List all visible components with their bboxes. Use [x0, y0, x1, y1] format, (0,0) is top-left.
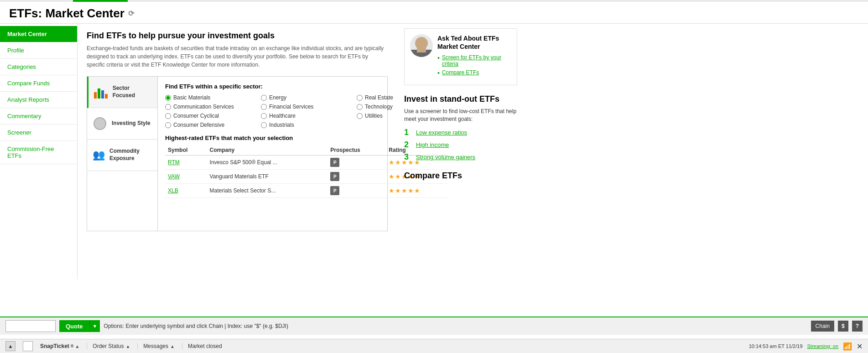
invest-list: 1 Low expense ratios 2 High income 3 Str…: [404, 128, 517, 162]
category-sector-focused[interactable]: Sector Focused: [87, 77, 157, 108]
radio-consumer-cyclical[interactable]: Consumer Cyclical: [165, 113, 256, 119]
prospectus-icon[interactable]: P: [330, 172, 339, 181]
prospectus-icon[interactable]: P: [330, 186, 339, 195]
commodity-exposure-icon: 👥: [93, 148, 105, 162]
ask-ted-content: Ask Ted About ETFs Market Center • Scree…: [437, 34, 511, 79]
sidebar: Market Center Profile Categories Compare…: [0, 24, 78, 279]
radio-industrials[interactable]: Industrials: [261, 122, 352, 128]
radio-communication-services[interactable]: Communication Services: [165, 104, 256, 110]
sector-focused-icon: [94, 85, 108, 99]
radio-energy[interactable]: Energy: [261, 94, 352, 101]
sidebar-item-commission-free[interactable]: Commission-Free ETFs: [0, 141, 77, 164]
ask-ted-link-1: • Screen for ETFs by your criteria: [437, 54, 511, 67]
category-list: Sector Focused Investing Style 👥 Commodi…: [87, 77, 158, 231]
right-panel: Ask Ted About ETFs Market Center • Scree…: [397, 24, 525, 279]
col-company: Company: [207, 145, 328, 156]
compare-etfs-link[interactable]: Compare ETFs: [442, 69, 479, 76]
invest-item-1: 1 Low expense ratios: [404, 128, 517, 137]
ask-ted-box: Ask Ted About ETFs Market Center • Scree…: [404, 28, 517, 85]
content-heading: Find ETFs to help pursue your investment…: [87, 31, 388, 41]
screen-etfs-link[interactable]: Screen for ETFs by your criteria: [442, 54, 511, 67]
page-title: ETFs: Market Center ⟳: [9, 6, 859, 21]
strong-volume-gainers-link[interactable]: Strong volume gainers: [416, 154, 475, 161]
ask-ted-link-2: • Compare ETFs: [437, 69, 511, 77]
main-content: Find ETFs to help pursue your investment…: [78, 24, 397, 279]
cell-company: Materials Select Sector S...: [207, 184, 328, 198]
cell-prospectus: P: [327, 184, 386, 198]
low-expense-ratios-link[interactable]: Low expense ratios: [416, 129, 467, 136]
sidebar-item-profile[interactable]: Profile: [0, 42, 77, 59]
category-commodity-label: Commodity Exposure: [109, 148, 152, 162]
refresh-icon[interactable]: ⟳: [128, 9, 134, 18]
invest-desc: Use a screener to find low-cost ETFs tha…: [404, 108, 517, 123]
category-sector-focused-label: Sector Focused: [113, 85, 152, 99]
cell-symbol: VAW: [165, 170, 207, 184]
category-investing-style-label: Investing Style: [112, 120, 151, 127]
cell-company: Vanguard Materials ETF: [207, 170, 328, 184]
category-investing-style[interactable]: Investing Style: [87, 108, 157, 140]
radio-consumer-defensive[interactable]: Consumer Defensive: [165, 122, 256, 128]
investing-style-icon: [93, 116, 107, 131]
high-income-link[interactable]: High income: [416, 141, 449, 148]
sidebar-item-screener[interactable]: Screener: [0, 125, 77, 141]
cell-symbol: RTM: [165, 156, 207, 170]
sidebar-item-market-center[interactable]: Market Center: [0, 26, 77, 42]
col-symbol: Symbol: [165, 145, 207, 156]
cell-symbol: XLB: [165, 184, 207, 198]
etf-finder-box: Sector Focused Investing Style 👥 Commodi…: [87, 76, 388, 231]
ted-avatar: [410, 34, 433, 57]
svg-rect-2: [417, 48, 426, 52]
cell-company: Invesco S&P 500® Equal ...: [207, 156, 328, 170]
content-description: Exchange-traded funds are baskets of sec…: [87, 44, 388, 69]
sidebar-item-commentary[interactable]: Commentary: [0, 108, 77, 125]
invest-section: Invest in stand-out ETFs Use a screener …: [404, 94, 517, 162]
category-commodity-exposure[interactable]: 👥 Commodity Exposure: [87, 140, 157, 171]
compare-etfs-title: Compare ETFs: [404, 171, 517, 181]
invest-title: Invest in stand-out ETFs: [404, 94, 517, 104]
radio-healthcare[interactable]: Healthcare: [261, 113, 352, 119]
col-prospectus: Prospectus: [327, 145, 386, 156]
sidebar-item-categories[interactable]: Categories: [0, 59, 77, 75]
sidebar-item-compare-funds[interactable]: Compare Funds: [0, 75, 77, 92]
sidebar-item-analyst-reports[interactable]: Analyst Reports: [0, 92, 77, 108]
ask-ted-title: Ask Ted About ETFs Market Center: [437, 34, 511, 51]
invest-item-2: 2 High income: [404, 140, 517, 150]
compare-section: Compare ETFs: [404, 171, 517, 181]
radio-basic-materials[interactable]: Basic Materials: [165, 94, 256, 101]
prospectus-icon[interactable]: P: [330, 158, 339, 167]
svg-point-0: [415, 37, 428, 50]
radio-financial-services[interactable]: Financial Services: [261, 104, 352, 110]
cell-prospectus: P: [327, 156, 386, 170]
invest-item-3: 3 Strong volume gainers: [404, 152, 517, 162]
cell-prospectus: P: [327, 170, 386, 184]
